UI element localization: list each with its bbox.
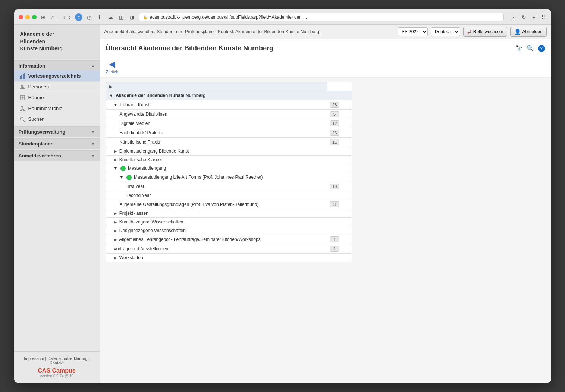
count-badge: 1: [330, 246, 339, 252]
row-label: Vorträge und Ausstellungen: [114, 246, 169, 251]
sidebar-section-information-header[interactable]: Information ▲: [14, 60, 100, 71]
table-row-gestaltung[interactable]: Allgemeine Gestaltungsgrundlagen (Prof. …: [106, 200, 352, 209]
section-stunden-arrow: ▼: [91, 142, 95, 146]
svg-rect-9: [20, 110, 22, 111]
table-row-digitale[interactable]: Digitale Medien 12: [106, 119, 352, 128]
expand-icon: ▶: [114, 157, 117, 162]
section-information-arrow: ▲: [91, 64, 95, 68]
main-content: Angemeldet als: wendlpe, Stunden- und Pr…: [100, 25, 551, 383]
sidebar-section-anmelde-header[interactable]: Anmeldeverfahren ▼: [14, 150, 100, 161]
table-row-diplom[interactable]: ▶ Diplomstudiengang Bildende Kunst: [106, 147, 352, 156]
shield-icon[interactable]: ◑: [128, 13, 136, 21]
table-row-master[interactable]: ▼ Masterstudiengang: [106, 164, 352, 173]
logged-in-text: Angemeldet als: wendlpe, Stunden- und Pr…: [104, 29, 398, 34]
svg-line-13: [22, 109, 24, 110]
browser-window: ⊞ ⌂ ‹ › ↻ ◷ ⬆ ☁ ◫ ◑ 🔒 ecampus.adbk-nuern…: [14, 9, 551, 383]
tab-switcher-icon[interactable]: ⊞: [40, 13, 47, 21]
sidebar-item-personen-label: Personen: [28, 84, 49, 90]
svg-rect-1: [21, 75, 22, 79]
new-tab-icon[interactable]: +: [531, 13, 537, 21]
maximize-button[interactable]: [32, 15, 37, 19]
row-label: Werkstätten: [119, 255, 143, 260]
close-button[interactable]: [19, 15, 23, 19]
table-row-master-life-art[interactable]: ▼ Masterstudiengang Life Art Forms (Prof…: [106, 173, 352, 182]
expand-icon: ▶: [114, 237, 117, 242]
impressum-link[interactable]: Impressum: [24, 356, 44, 361]
reader-icon[interactable]: ⊡: [510, 13, 517, 21]
table-row-designwiss[interactable]: ▶ Designbezogene Wissenschaften: [106, 226, 352, 235]
rooms-icon: [19, 95, 25, 101]
logo-text: Akademie derBildendenKünste Nürnberg: [20, 31, 94, 53]
person-icon: [19, 84, 25, 90]
back-button[interactable]: ◀ Zurück: [106, 59, 119, 74]
table-row-lehramt[interactable]: ▼ Lehramt Kunst 28: [106, 100, 352, 110]
table-row-second-year[interactable]: Second Year: [106, 191, 352, 200]
reload-icon[interactable]: ↻: [520, 13, 528, 21]
sidebar-item-raumhierarchie[interactable]: Raumhierarchie: [14, 103, 100, 114]
sidebar-item-suchen[interactable]: Suchen: [14, 114, 100, 125]
root-label: Akademie der Bildenden Künste Nürnberg: [116, 93, 205, 98]
history-icon[interactable]: ◷: [85, 13, 93, 21]
binoculars-icon[interactable]: 🔭: [515, 45, 523, 52]
table-row-vortrage[interactable]: Vorträge und Ausstellungen 1: [106, 244, 352, 253]
table-row-root[interactable]: ▼ Akademie der Bildenden Künste Nürnberg: [106, 91, 352, 100]
row-label: Allgemeines Lehrangebot - Lehraufträge/S…: [119, 237, 261, 242]
magnify-icon[interactable]: 🔍: [527, 45, 534, 52]
sidebar-logo: Akademie derBildendenKünste Nürnberg: [14, 25, 100, 59]
section-prufung-arrow: ▼: [91, 130, 95, 134]
sidebar-section-stunden-header[interactable]: Stundenplaner ▼: [14, 138, 100, 149]
expand-icon: ▶: [114, 255, 117, 260]
sidebar-item-raume-label: Räume: [28, 95, 44, 100]
count-badge: 23: [330, 130, 339, 136]
table-row-kunstwiss[interactable]: ▶ Kunstbezogene Wissenschaften: [106, 217, 352, 226]
count-badge: 28: [330, 102, 339, 108]
minimize-button[interactable]: [25, 15, 30, 19]
count-badge: 5: [330, 111, 339, 117]
table-row-fachdidaktik[interactable]: Fachdidaktik/ Praktika 23: [106, 128, 352, 138]
home-icon[interactable]: ⌂: [50, 13, 56, 21]
address-bar[interactable]: 🔒 ecampus.adbk-nuernberg.de/campus/all/s…: [139, 13, 504, 21]
sidebar-section-prufung: Prüfungsverwaltung ▼: [14, 126, 100, 137]
help-icon[interactable]: ?: [538, 45, 545, 52]
url-text: ecampus.adbk-nuernberg.de/campus/all/sub…: [150, 15, 307, 20]
traffic-lights: [19, 15, 37, 19]
datenschutz-link[interactable]: Datenschutzerklärung: [47, 356, 87, 361]
kontakt-link[interactable]: Kontakt: [50, 361, 63, 365]
table-row-werkstatten[interactable]: ▶ Werkstätten: [106, 253, 352, 262]
app-grid-icon[interactable]: ⠿: [540, 13, 547, 21]
cas-text: CAS: [38, 367, 50, 374]
sidebar-section-prufung-header[interactable]: Prüfungsverwaltung ▼: [14, 126, 100, 137]
tree-table: ▶ ▼ Akademie der Bildenden Künste Nürnbe…: [106, 82, 352, 262]
share-icon[interactable]: ⬆: [96, 13, 103, 21]
table-row-projekt[interactable]: ▶ Projektklassen: [106, 209, 352, 217]
extensions-icon[interactable]: ◫: [117, 13, 125, 21]
svg-rect-3: [24, 73, 25, 79]
refresh-icon[interactable]: ↻: [75, 13, 82, 21]
cursor-indicator2: [126, 175, 132, 180]
table-row-lehrangebot[interactable]: ▶ Allgemeines Lehrangebot - Lehraufträge…: [106, 235, 352, 244]
section-stunden-label: Stundenplaner: [19, 141, 53, 147]
back-nav-icon[interactable]: ‹: [62, 13, 67, 21]
logout-button[interactable]: 👤 Abmelden: [510, 27, 546, 37]
row-label: Masterstudiengang Life Art Forms (Prof. …: [134, 175, 263, 180]
collapse-icon: ▼: [120, 175, 124, 179]
sidebar-item-raume[interactable]: Räume: [14, 92, 100, 103]
table-row-angewandte[interactable]: Angewandte Disziplinen 5: [106, 110, 352, 119]
sidebar-item-personen[interactable]: Personen: [14, 82, 100, 92]
table-row-kunstlerische-praxis[interactable]: Künstlerische Praxis 11: [106, 138, 352, 147]
page-title: Übersicht Akademie der Bildenden Künste …: [106, 44, 273, 52]
search-icon: [19, 116, 25, 122]
table-row-first-year[interactable]: First Year 13: [106, 182, 352, 191]
semester-select[interactable]: SS 2022: [398, 27, 428, 36]
table-row-kunstlerische-klassen[interactable]: ▶ Künstlerische Klassen: [106, 156, 352, 164]
cloud-icon[interactable]: ☁: [106, 13, 114, 21]
language-select[interactable]: Deutsch: [431, 27, 460, 36]
sidebar-item-vorlesungsverzeichnis[interactable]: Vorlesungsverzeichnis: [14, 71, 100, 82]
sidebar-item-suchen-label: Suchen: [28, 116, 45, 122]
role-switch-button[interactable]: ⇄ Rolle wechseln: [463, 27, 508, 37]
svg-rect-2: [23, 74, 24, 79]
table-row[interactable]: ▶: [106, 82, 352, 91]
row-label: Lehramt Kunst: [120, 102, 150, 107]
forward-nav-icon[interactable]: ›: [68, 13, 72, 21]
row-label: Allgemeine Gestaltungsgrundlagen (Prof. …: [120, 202, 259, 207]
